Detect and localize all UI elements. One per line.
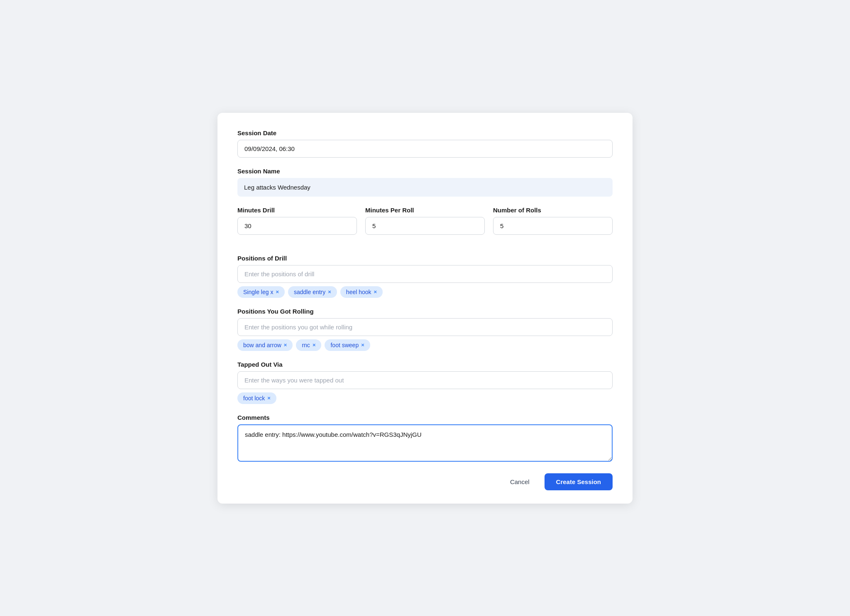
tag-bow-arrow: bow and arrow × [237,339,293,351]
number-of-rolls-input[interactable] [493,217,613,235]
footer-actions: Cancel Create Session [237,473,613,490]
tag-foot-sweep: foot sweep × [325,339,370,351]
tapped-out-tags: foot lock × [237,392,613,404]
tag-saddle-entry: saddle entry × [288,286,337,298]
positions-drill-input[interactable] [237,265,613,283]
tag-foot-sweep-remove[interactable]: × [361,342,364,348]
positions-rolling-input[interactable] [237,318,613,336]
session-date-input[interactable] [237,140,613,158]
tapped-out-input[interactable] [237,371,613,389]
tag-saddle-entry-remove[interactable]: × [328,289,331,295]
session-name-group: Session Name [237,168,613,197]
minutes-drill-input[interactable] [237,217,357,235]
tag-rnc-remove[interactable]: × [313,342,316,348]
session-date-group: Session Date [237,129,613,158]
number-of-rolls-group: Number of Rolls [493,207,613,235]
session-name-input[interactable] [237,178,613,197]
comments-label: Comments [237,414,613,421]
tag-rnc: rnc × [296,339,321,351]
comments-textarea[interactable]: saddle entry: https://www.youtube.com/wa… [237,424,613,462]
tapped-out-label: Tapped Out Via [237,361,613,368]
minutes-drill-label: Minutes Drill [237,207,357,214]
minutes-row: Minutes Drill Minutes Per Roll Number of… [237,207,613,245]
tag-single-leg: Single leg x × [237,286,285,298]
positions-drill-label: Positions of Drill [237,255,613,262]
session-date-label: Session Date [237,129,613,136]
minutes-per-roll-label: Minutes Per Roll [365,207,485,214]
positions-drill-tags: Single leg x × saddle entry × heel hook … [237,286,613,298]
tag-single-leg-remove[interactable]: × [276,289,279,295]
cancel-button[interactable]: Cancel [502,474,538,489]
minutes-per-roll-input[interactable] [365,217,485,235]
tag-heel-hook: heel hook × [340,286,383,298]
positions-rolling-label: Positions You Got Rolling [237,308,613,315]
create-session-modal: Session Date Session Name Minutes Drill … [217,113,633,504]
positions-rolling-group: Positions You Got Rolling bow and arrow … [237,308,613,351]
minutes-drill-group: Minutes Drill [237,207,357,235]
tag-bow-arrow-remove[interactable]: × [284,342,287,348]
minutes-per-roll-group: Minutes Per Roll [365,207,485,235]
positions-rolling-tags: bow and arrow × rnc × foot sweep × [237,339,613,351]
comments-group: Comments saddle entry: https://www.youtu… [237,414,613,463]
create-session-button[interactable]: Create Session [545,473,613,490]
session-name-label: Session Name [237,168,613,175]
tag-heel-hook-remove[interactable]: × [374,289,377,295]
number-of-rolls-label: Number of Rolls [493,207,613,214]
tag-foot-lock: foot lock × [237,392,276,404]
positions-drill-group: Positions of Drill Single leg x × saddle… [237,255,613,298]
tag-foot-lock-remove[interactable]: × [267,395,271,401]
tapped-out-group: Tapped Out Via foot lock × [237,361,613,404]
